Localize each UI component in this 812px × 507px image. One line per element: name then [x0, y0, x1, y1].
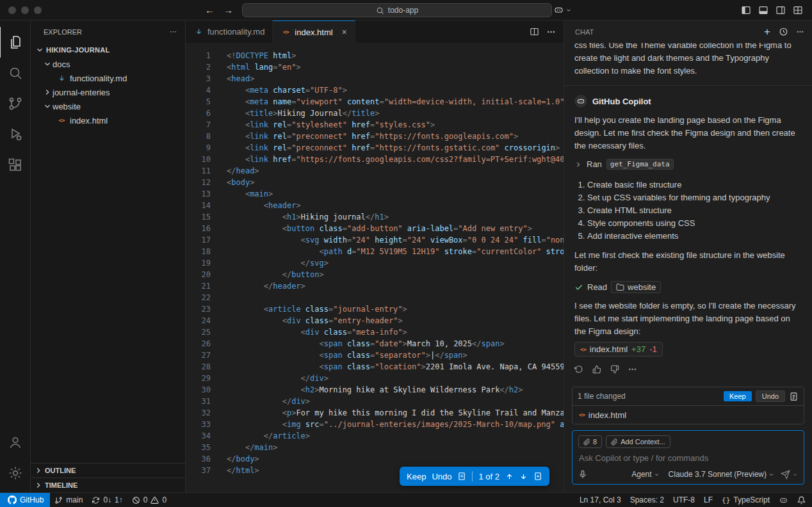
code-line[interactable]: <meta name="viewport" content="width=dev… [227, 96, 564, 108]
line-number[interactable]: 17 [186, 234, 211, 246]
toggle-sidebar-left-icon[interactable] [741, 5, 751, 15]
line-number[interactable]: 24 [186, 315, 211, 326]
back-icon[interactable]: ← [205, 4, 215, 15]
code-line[interactable]: <body> [227, 177, 564, 188]
close-tab-icon[interactable]: × [342, 27, 347, 37]
code-line[interactable]: </main> [227, 442, 564, 453]
tree-item-journal-enteries[interactable]: journal-enteries [31, 85, 185, 99]
line-number[interactable]: 36 [186, 453, 211, 465]
line-number[interactable]: 21 [186, 280, 211, 292]
tree-project-root[interactable]: HIKING-JOURNAL [31, 43, 185, 57]
line-number[interactable]: 1 [186, 50, 211, 61]
line-number[interactable]: 19 [186, 257, 211, 269]
timeline-section[interactable]: TIMELINE [31, 478, 185, 492]
diff-keep-button[interactable]: Keep [407, 472, 426, 481]
code-line[interactable]: </article> [227, 430, 564, 442]
window-controls[interactable] [8, 6, 42, 14]
send-icon[interactable] [781, 470, 790, 479]
code-line[interactable]: <header> [227, 200, 564, 211]
line-number[interactable]: 34 [186, 430, 211, 442]
code-line[interactable]: </body> [227, 453, 564, 465]
toggle-panel-icon[interactable] [758, 5, 768, 15]
diff-file-icon[interactable] [457, 472, 466, 481]
copilot-status[interactable] [774, 493, 793, 507]
code-line[interactable]: <h2>Morning hike at Skyline Wilderness P… [227, 384, 564, 396]
code-line[interactable] [227, 292, 564, 303]
line-number[interactable]: 12 [186, 177, 211, 188]
code-line[interactable]: <!DOCTYPE html> [227, 50, 564, 61]
code-editor[interactable]: 1234567891011121314151617181920212223242… [186, 43, 564, 492]
code-line[interactable]: <h1>Hiking journal</h1> [227, 211, 564, 223]
line-number[interactable]: 15 [186, 211, 211, 223]
code-line[interactable]: </head> [227, 165, 564, 177]
code-line[interactable]: <link href="https://fonts.googleapis.com… [227, 154, 564, 165]
line-number[interactable]: 11 [186, 165, 211, 177]
line-number[interactable]: 32 [186, 407, 211, 419]
chat-input-box[interactable]: 8 Add Context... Ask Copilot or type / f… [572, 430, 804, 485]
code-line[interactable]: <span class="location">2201 Imola Ave. N… [227, 361, 564, 373]
tab-index-html[interactable]: <> index.html × [273, 20, 355, 43]
remote-indicator[interactable]: GitHub [0, 493, 50, 507]
model-dropdown[interactable]: Claude 3.7 Sonnet (Preview) [666, 469, 777, 480]
line-number[interactable]: 13 [186, 188, 211, 200]
customize-layout-icon[interactable] [793, 5, 803, 15]
thumbs-up-icon[interactable] [592, 365, 601, 374]
code-line[interactable]: </div> [227, 373, 564, 384]
search-activity-icon[interactable] [0, 58, 31, 88]
line-number[interactable]: 26 [186, 338, 211, 350]
code-line[interactable]: <head> [227, 73, 564, 84]
rerun-icon[interactable] [574, 365, 583, 374]
indentation-indicator[interactable]: Spaces: 2 [626, 493, 669, 507]
keep-changes-button[interactable]: Keep [724, 391, 752, 401]
chat-more-actions-icon[interactable]: ⋯ [797, 28, 804, 36]
line-number[interactable]: 6 [186, 108, 211, 119]
code-line[interactable]: <title>Hiking Journal</title> [227, 108, 564, 119]
editor-more-actions-icon[interactable]: ⋯ [547, 27, 556, 36]
code-line[interactable]: <svg width="24" height="24" viewBox="0 0… [227, 234, 564, 246]
code-line[interactable]: <html lang="en"> [227, 61, 564, 73]
notifications[interactable] [793, 493, 812, 507]
cursor-position[interactable]: Ln 17, Col 3 [575, 493, 626, 507]
tree-item-docs[interactable]: docs [31, 57, 185, 71]
code-line[interactable]: <link rel="stylesheet" href="styles.css"… [227, 119, 564, 131]
diff-undo-button[interactable]: Undo [432, 472, 451, 481]
eol-indicator[interactable]: LF [699, 493, 717, 507]
line-number[interactable]: 25 [186, 326, 211, 338]
code-line[interactable]: <main> [227, 188, 564, 200]
toggle-sidebar-right-icon[interactable] [775, 5, 786, 15]
read-target-chip[interactable]: website [611, 281, 661, 293]
line-number[interactable]: 27 [186, 350, 211, 361]
explorer-more-actions-icon[interactable]: ⋯ [170, 28, 177, 36]
problems-indicator[interactable]: 0 0 [127, 493, 171, 507]
previous-change-icon[interactable] [505, 472, 514, 481]
outline-section[interactable]: OUTLINE [31, 463, 185, 478]
tree-item-website[interactable]: website [31, 99, 185, 113]
line-number[interactable]: 20 [186, 269, 211, 280]
accounts-activity-icon[interactable] [0, 427, 31, 458]
line-number[interactable]: 29 [186, 373, 211, 384]
extensions-activity-icon[interactable] [0, 150, 31, 181]
line-number[interactable]: 31 [186, 396, 211, 407]
code-line[interactable]: <img src="../journal-enteries/images/202… [227, 419, 564, 430]
line-number[interactable]: 22 [186, 292, 211, 303]
thumbs-down-icon[interactable] [610, 365, 619, 374]
editor-code[interactable]: <!DOCTYPE html><html lang="en"><head> <m… [227, 50, 564, 492]
source-control-activity-icon[interactable] [0, 88, 31, 119]
line-number[interactable]: 5 [186, 96, 211, 108]
language-mode[interactable]: {} TypeScript [717, 493, 774, 507]
line-number[interactable]: 8 [186, 131, 211, 142]
view-diff-icon[interactable] [789, 392, 799, 401]
minimize-window-button[interactable] [21, 6, 29, 14]
explorer-activity-icon[interactable] [0, 27, 31, 58]
code-line[interactable]: <link rel="preconnect" href="https://fon… [227, 142, 564, 154]
line-number[interactable]: 28 [186, 361, 211, 373]
code-line[interactable]: <span class="separator">|</span> [227, 350, 564, 361]
forward-icon[interactable]: → [223, 4, 233, 15]
line-number[interactable]: 4 [186, 84, 211, 96]
chat-input-field[interactable]: Ask Copilot or type / for commands [578, 453, 798, 469]
settings-activity-icon[interactable] [0, 458, 31, 488]
close-window-button[interactable] [8, 6, 16, 14]
line-number[interactable]: 9 [186, 142, 211, 154]
new-chat-icon[interactable]: + [764, 26, 770, 37]
line-number[interactable]: 14 [186, 200, 211, 211]
